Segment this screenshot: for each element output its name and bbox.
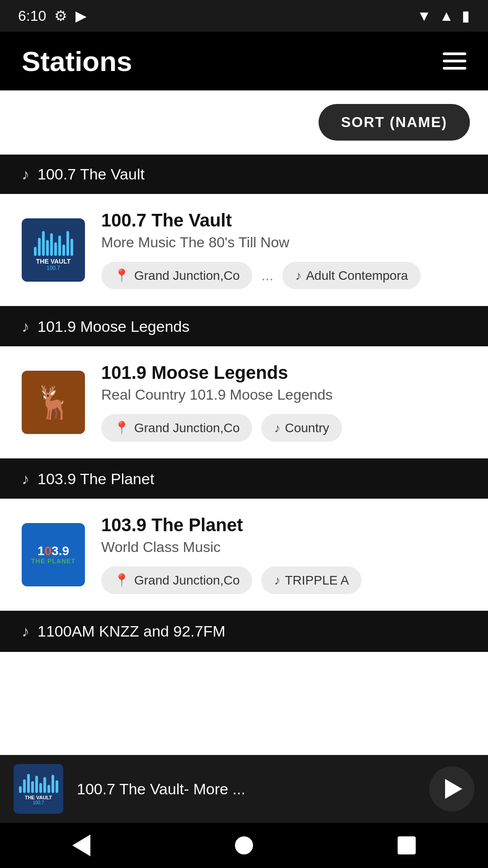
play-button[interactable] (429, 766, 474, 811)
section-header-knzz: ♪ 1100AM KNZZ and 92.7FM (0, 612, 488, 651)
back-icon (72, 835, 90, 856)
music-note-icon: ♪ (22, 165, 29, 183)
bottom-nav (0, 823, 488, 868)
section-header-planet: ♪ 103.9 The Planet (0, 459, 488, 499)
location-label-planet: Grand Junction,Co (134, 573, 239, 588)
wifi-icon: ▼ (417, 8, 432, 24)
station-item-moose[interactable]: 🦌 101.9 Moose Legends Real Country 101.9… (0, 346, 488, 458)
station-section-moose: ♪ 101.9 Moose Legends 🦌 101.9 Moose Lege… (0, 307, 488, 459)
station-tags-moose: 📍 Grand Junction,Co ♪ Country (101, 414, 466, 442)
location-label-vault: Grand Junction,Co (134, 269, 239, 283)
station-item-planet[interactable]: 103.9 THE PLANET 103.9 The Planet World … (0, 499, 488, 611)
location-icon: 📍 (114, 268, 130, 283)
status-left: 6:10 ⚙ ▶ (18, 7, 87, 24)
station-tagline-moose: Real Country 101.9 Moose Legends (101, 387, 466, 403)
station-section-knzz: ♪ 1100AM KNZZ and 92.7FM (0, 612, 488, 652)
settings-icon: ⚙ (54, 7, 67, 24)
station-tagline-planet: World Class Music (101, 539, 466, 556)
station-logo-planet: 103.9 THE PLANET (22, 523, 85, 586)
sort-bar: SORT (NAME) (0, 90, 488, 155)
location-tag-vault: 📍 Grand Junction,Co (101, 262, 252, 289)
genre-label-planet: TRIPPLE A (285, 573, 349, 588)
status-time: 6:10 (18, 8, 46, 24)
station-info-vault: 100.7 The Vault More Music The 80's Till… (101, 210, 466, 289)
section-header-moose-label: 101.9 Moose Legends (38, 318, 189, 335)
genre-icon-vault: ♪ (295, 269, 301, 283)
home-button[interactable] (235, 836, 253, 854)
station-logo-vault: THE VAULT 100.7 (22, 218, 85, 282)
genre-label-moose: Country (285, 421, 329, 435)
station-tagline-vault: More Music The 80's Till Now (101, 234, 466, 251)
station-info-moose: 101.9 Moose Legends Real Country 101.9 M… (101, 363, 466, 442)
station-info-planet: 103.9 The Planet World Class Music 📍 Gra… (101, 515, 466, 594)
now-playing-bar: THE VAULT 100.7 100.7 The Vault- More ..… (0, 755, 488, 823)
now-playing-title: 100.7 The Vault- More ... (77, 780, 416, 798)
battery-icon: ▮ (462, 7, 470, 24)
station-item-vault[interactable]: THE VAULT 100.7 100.7 The Vault More Mus… (0, 194, 488, 306)
station-name-planet: 103.9 The Planet (101, 515, 466, 535)
status-bar: 6:10 ⚙ ▶ ▼ ▲ ▮ (0, 0, 488, 32)
home-icon (235, 836, 253, 854)
genre-icon-planet: ♪ (274, 573, 280, 588)
stop-icon (398, 836, 416, 854)
section-header-knzz-label: 1100AM KNZZ and 92.7FM (38, 623, 225, 640)
section-header-vault-label: 100.7 The Vault (38, 165, 145, 183)
page-title: Stations (22, 45, 132, 77)
section-header-moose: ♪ 101.9 Moose Legends (0, 307, 488, 346)
play-icon (445, 779, 462, 799)
station-name-moose: 101.9 Moose Legends (101, 363, 466, 383)
sort-button[interactable]: SORT (NAME) (319, 104, 470, 141)
app-header: Stations (0, 32, 488, 90)
back-button[interactable] (72, 835, 90, 856)
station-logo-moose: 🦌 (22, 371, 85, 434)
location-tag-moose: 📍 Grand Junction,Co (101, 414, 252, 442)
section-header-vault: ♪ 100.7 The Vault (0, 155, 488, 194)
status-right: ▼ ▲ ▮ (417, 7, 470, 24)
genre-tag-planet: ♪ TRIPPLE A (261, 566, 361, 594)
menu-button[interactable] (443, 52, 466, 70)
now-playing-logo: THE VAULT 100.7 (14, 764, 63, 814)
station-section-planet: ♪ 103.9 The Planet 103.9 THE PLANET 103.… (0, 459, 488, 612)
location-label-moose: Grand Junction,Co (134, 421, 239, 435)
genre-icon-moose: ♪ (274, 421, 280, 435)
genre-label-vault: Adult Contempora (306, 269, 408, 283)
music-note-icon-4: ♪ (22, 623, 29, 640)
location-icon-moose: 📍 (114, 420, 130, 435)
station-name-vault: 100.7 The Vault (101, 210, 466, 231)
music-note-icon-2: ♪ (22, 318, 29, 335)
ellipsis: ... (261, 267, 273, 284)
station-section-vault: ♪ 100.7 The Vault THE VAULT 100.7 100.7 … (0, 155, 488, 307)
signal-icon: ▲ (439, 8, 454, 24)
location-icon-planet: 📍 (114, 573, 130, 588)
genre-tag-moose: ♪ Country (261, 414, 342, 442)
music-note-icon-3: ♪ (22, 470, 29, 488)
stop-button[interactable] (398, 836, 416, 854)
section-header-planet-label: 103.9 The Planet (38, 470, 154, 488)
station-tags-vault: 📍 Grand Junction,Co ... ♪ Adult Contempo… (101, 262, 466, 289)
station-tags-planet: 📍 Grand Junction,Co ♪ TRIPPLE A (101, 566, 466, 594)
genre-tag-vault: ♪ Adult Contempora (282, 262, 421, 289)
shield-icon: ▶ (75, 7, 87, 24)
location-tag-planet: 📍 Grand Junction,Co (101, 566, 252, 594)
